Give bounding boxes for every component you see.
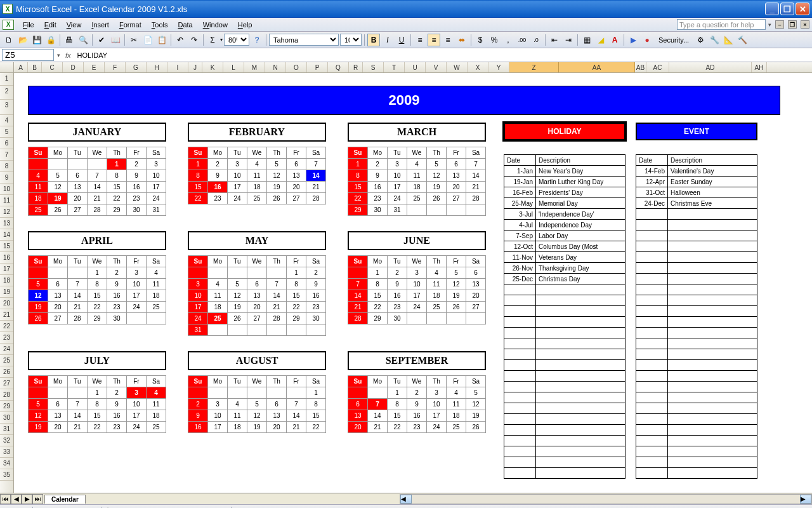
table-row[interactable]: 14-FebValentine's Day	[636, 166, 757, 177]
row-header-33[interactable]: 33	[0, 446, 13, 458]
menu-insert[interactable]: Insert	[86, 20, 114, 30]
row-header-6[interactable]: 6	[0, 138, 13, 149]
design-mode-button[interactable]: 📐	[722, 34, 735, 46]
help-search-input[interactable]	[677, 19, 766, 30]
table-row[interactable]: 25-MayMemorial Day	[504, 198, 625, 209]
table-row[interactable]	[636, 360, 757, 371]
scroll-right-button[interactable]: ▶	[800, 495, 811, 504]
table-row[interactable]	[636, 457, 757, 468]
column-header-G[interactable]: G	[126, 62, 147, 72]
event-table[interactable]: DateDescription14-FebValentine's Day12-A…	[636, 154, 757, 479]
row-header-9[interactable]: 9	[0, 172, 13, 184]
row-header-21[interactable]: 21	[0, 309, 13, 321]
table-row[interactable]: 1-JanNew Year's Day	[504, 166, 625, 177]
sheet-tab-calendar[interactable]: Calendar	[44, 495, 86, 504]
column-header-E[interactable]: E	[84, 62, 105, 72]
column-header-AH[interactable]: AH	[752, 62, 767, 72]
font-size-combo[interactable]: 10	[340, 34, 362, 46]
table-row[interactable]	[504, 403, 625, 414]
menu-file[interactable]: File	[18, 20, 39, 30]
table-row[interactable]	[636, 295, 757, 306]
redo-button[interactable]: ↷	[188, 34, 200, 46]
rectangle-button[interactable]: ▭	[132, 506, 145, 509]
window-close-button[interactable]: ✕	[796, 3, 809, 15]
table-row[interactable]: 11-NovVeterans Day	[504, 252, 625, 263]
table-row[interactable]	[504, 349, 625, 360]
column-header-P[interactable]: P	[307, 62, 328, 72]
row-header-29[interactable]: 29	[0, 401, 13, 412]
table-row[interactable]	[504, 468, 625, 479]
row-header-27[interactable]: 27	[0, 378, 13, 389]
table-row[interactable]: 24-DecChristmas Eve	[636, 198, 757, 209]
fill-color-draw-button[interactable]: ◢	[234, 506, 247, 509]
table-row[interactable]	[504, 328, 625, 338]
column-header-D[interactable]: D	[63, 62, 84, 72]
research-button[interactable]: 📖	[109, 34, 122, 46]
toolbox-button[interactable]: 🔧	[708, 34, 721, 46]
scroll-left-button[interactable]: ◀	[400, 495, 412, 504]
table-row[interactable]	[636, 446, 757, 457]
table-row[interactable]	[504, 382, 625, 392]
column-header-J[interactable]: J	[188, 62, 202, 72]
column-header-R[interactable]: R	[349, 62, 363, 72]
worksheet-grid[interactable]: 2009 JANUARYSuMoTuWeThFrSa12345678910111…	[14, 73, 812, 493]
underline-button[interactable]: U	[395, 34, 408, 46]
row-header-34[interactable]: 34	[0, 458, 13, 469]
decrease-decimal-button[interactable]: .0	[530, 34, 542, 46]
column-header-B[interactable]: B	[28, 62, 42, 72]
autosum-button[interactable]: Σ	[206, 34, 219, 46]
menu-edit[interactable]: Edit	[39, 20, 62, 30]
menu-data[interactable]: Data	[173, 20, 197, 30]
row-header-15[interactable]: 15	[0, 241, 13, 252]
column-header-AA[interactable]: AA	[559, 62, 635, 72]
column-header-AC[interactable]: AC	[646, 62, 669, 72]
row-header-26[interactable]: 26	[0, 366, 13, 378]
align-left-button[interactable]: ≡	[414, 34, 426, 46]
open-button[interactable]: 📂	[16, 34, 29, 46]
table-row[interactable]	[636, 241, 757, 252]
column-header-H[interactable]: H	[147, 62, 167, 72]
borders-button[interactable]: ▦	[580, 34, 593, 46]
table-row[interactable]	[636, 306, 757, 317]
row-header-10[interactable]: 10	[0, 184, 13, 195]
currency-button[interactable]: $	[474, 34, 487, 46]
picture-button[interactable]: 🖼	[216, 506, 228, 509]
column-header-C[interactable]: C	[42, 62, 63, 72]
table-row[interactable]	[636, 382, 757, 392]
menu-help[interactable]: Help	[233, 20, 258, 30]
column-header-AD[interactable]: AD	[669, 62, 752, 72]
table-row[interactable]	[636, 338, 757, 349]
vba-button[interactable]: ⚙	[694, 34, 707, 46]
shadow-button[interactable]: ◼	[318, 506, 331, 509]
row-header-11[interactable]: 11	[0, 195, 13, 206]
row-header-31[interactable]: 31	[0, 424, 13, 435]
cut-button[interactable]: ✂	[128, 34, 140, 46]
row-header-16[interactable]: 16	[0, 252, 13, 264]
row-header-1[interactable]: 1	[0, 73, 13, 86]
table-row[interactable]	[504, 457, 625, 468]
row-header-24[interactable]: 24	[0, 344, 13, 355]
column-header-W[interactable]: W	[447, 62, 468, 72]
row-header-12[interactable]: 12	[0, 206, 13, 218]
table-row[interactable]	[504, 295, 625, 306]
column-header-M[interactable]: M	[244, 62, 265, 72]
comma-button[interactable]: ,	[502, 34, 514, 46]
table-row[interactable]	[636, 263, 757, 274]
dash-style-button[interactable]: ⋯	[290, 506, 303, 509]
tab-next-button[interactable]: ▶	[22, 494, 32, 504]
table-row[interactable]	[636, 220, 757, 231]
percent-button[interactable]: %	[488, 34, 501, 46]
table-row[interactable]	[636, 274, 757, 284]
row-header-18[interactable]: 18	[0, 275, 13, 286]
record-macro-button[interactable]: ●	[641, 34, 653, 46]
row-header-5[interactable]: 5	[0, 126, 13, 138]
column-header-Z[interactable]: Z	[509, 62, 559, 72]
fx-button[interactable]: fx	[62, 51, 75, 59]
wordart-button[interactable]: A	[174, 506, 187, 509]
row-header-14[interactable]: 14	[0, 229, 13, 241]
holiday-header[interactable]: HOLIDAY	[504, 123, 625, 140]
row-header-2[interactable]: 2	[0, 86, 13, 100]
table-row[interactable]	[636, 425, 757, 436]
column-header-I[interactable]: I	[167, 62, 188, 72]
table-row[interactable]	[636, 317, 757, 328]
